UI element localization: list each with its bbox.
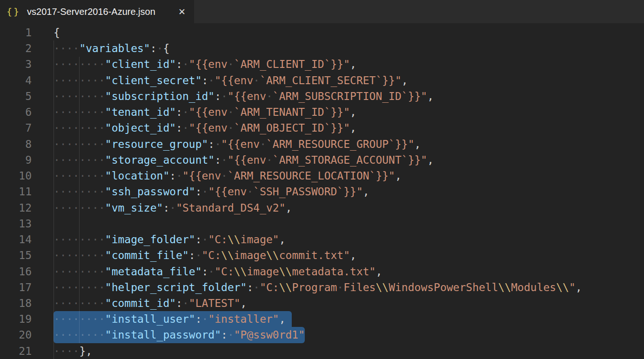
punctuation: ,: [415, 138, 421, 150]
code-editor[interactable]: 1{2····"variables":·{3········"client_id…: [0, 23, 644, 359]
punctuation: },: [79, 345, 92, 357]
punctuation: :: [215, 90, 221, 102]
escape-sequence: \\: [266, 249, 279, 261]
line-number[interactable]: 13: [0, 216, 32, 232]
code-line-18[interactable]: 18········"commit_id":·"LATEST",: [0, 295, 644, 311]
line-content: ········"subscription_id":·"{{env·`ARM_S…: [54, 88, 434, 104]
line-number[interactable]: 9: [0, 152, 32, 168]
whitespace-dots: ·: [202, 313, 208, 325]
line-number[interactable]: 15: [0, 247, 32, 263]
json-key: "client_id": [105, 58, 176, 70]
line-number[interactable]: 10: [0, 168, 32, 184]
line-number[interactable]: 3: [0, 56, 32, 72]
line-number[interactable]: 1: [0, 25, 32, 40]
whitespace-dots: ·: [182, 58, 189, 70]
whitespace-dots: ·: [221, 154, 228, 166]
code-line-16[interactable]: 16········"metadata_file":·"C:\\image\\m…: [0, 264, 644, 279]
punctuation: :: [202, 266, 208, 278]
whitespace-dots: ·: [266, 90, 273, 102]
line-number[interactable]: 12: [0, 200, 32, 216]
code-line-12[interactable]: 12········"vm_size":·"Standard_DS4_v2",: [0, 200, 644, 216]
punctuation: :: [195, 313, 202, 325]
line-number[interactable]: 2: [0, 40, 32, 56]
line-number[interactable]: 16: [0, 264, 32, 279]
line-number[interactable]: 7: [0, 120, 32, 136]
code-line-5[interactable]: 5········"subscription_id":·"{{env·`ARM_…: [0, 88, 644, 104]
whitespace-dots: ·: [176, 170, 182, 182]
escape-sequence: \\: [376, 281, 389, 293]
whitespace-dots: ·: [228, 122, 234, 134]
json-string-value: `ARM_OBJECT_ID`}}": [234, 122, 350, 134]
code-line-6[interactable]: 6········"tenant_id":·"{{env·`ARM_TENANT…: [0, 104, 644, 120]
code-line-19[interactable]: 19········"install_user":·"installer",: [0, 311, 644, 327]
code-line-4[interactable]: 4········"client_secret":·"{{env·`ARM_CL…: [0, 73, 644, 88]
escape-sequence: \\: [234, 266, 247, 278]
code-line-2[interactable]: 2····"variables":·{: [0, 40, 644, 56]
whitespace-dots: ····: [54, 42, 79, 54]
whitespace-dots: ·: [169, 202, 176, 214]
json-string-value: "P@ssw0rd1": [234, 329, 305, 341]
line-number[interactable]: 5: [0, 88, 32, 104]
json-key: "tenant_id": [105, 106, 176, 118]
json-string-value: "{{env: [189, 106, 228, 118]
line-content: ········"commit_id":·"LATEST",: [54, 295, 247, 311]
json-key: "metadata_file": [105, 266, 202, 278]
punctuation: ,: [279, 313, 286, 325]
line-number[interactable]: 11: [0, 184, 32, 199]
json-key: "resource_group": [105, 138, 208, 150]
code-line-3[interactable]: 3········"client_id":·"{{env·`ARM_CLIENT…: [0, 56, 644, 72]
code-line-14[interactable]: 14········"image_folder":·"C:\\image",: [0, 232, 644, 247]
json-string-value: `ARM_RESOURCE_LOCATION`}}": [228, 170, 395, 182]
code-line-20[interactable]: 20········"install_password":·"P@ssw0rd1…: [0, 327, 644, 343]
punctuation: :: [215, 154, 221, 166]
code-line-9[interactable]: 9········"storage_account":·"{{env·`ARM_…: [0, 152, 644, 168]
line-number[interactable]: 14: [0, 232, 32, 247]
code-line-8[interactable]: 8········"resource_group":·"{{env·`ARM_R…: [0, 136, 644, 152]
json-string-value: commit.txt": [279, 249, 350, 261]
line-content: ········"helper_script_folder":·"C:\\Pro…: [54, 279, 582, 295]
punctuation: ,: [402, 74, 408, 86]
whitespace-dots: ·: [202, 186, 208, 198]
line-number[interactable]: 18: [0, 295, 32, 311]
code-line-13[interactable]: 13: [0, 216, 644, 232]
tab-vs2017-server2016-azure-json[interactable]: {} vs2017-Server2016-Azure.json ✕: [0, 0, 194, 23]
json-key: "helper_script_folder": [105, 281, 247, 293]
json-string-value: ": [569, 281, 576, 293]
line-content: ········"image_folder":·"C:\\image",: [54, 232, 286, 247]
code-line-7[interactable]: 7········"object_id":·"{{env·`ARM_OBJECT…: [0, 120, 644, 136]
punctuation: :: [163, 202, 169, 214]
punctuation: :: [176, 297, 182, 309]
code-line-15[interactable]: 15········"commit_file":·"C:\\image\\com…: [0, 247, 644, 263]
whitespace-dots: ·: [247, 186, 253, 198]
line-number[interactable]: 21: [0, 343, 32, 359]
json-string-value: `ARM_CLIENT_ID`}}": [234, 58, 350, 70]
line-number[interactable]: 19: [0, 311, 32, 327]
code-area[interactable]: 1{2····"variables":·{3········"client_id…: [0, 23, 644, 359]
punctuation: :: [195, 186, 202, 198]
punctuation: ,: [363, 186, 369, 198]
json-string-value: `ARM_CLIENT_SECRET`}}": [260, 74, 402, 86]
code-line-11[interactable]: 11········"ssh_password":·"{{env·`SSH_PA…: [0, 184, 644, 199]
escape-sequence: \\: [556, 281, 569, 293]
line-number[interactable]: 20: [0, 327, 32, 343]
line-number[interactable]: 6: [0, 104, 32, 120]
line-number[interactable]: 17: [0, 279, 32, 295]
json-string-value: "{{env: [228, 90, 266, 102]
code-line-21[interactable]: 21····},: [0, 343, 644, 359]
close-tab-icon[interactable]: ✕: [178, 7, 186, 16]
line-content: ········"client_id":·"{{env·`ARM_CLIENT_…: [54, 56, 356, 72]
punctuation: {: [54, 27, 60, 39]
json-key: "install_user": [105, 313, 195, 325]
json-string-value: "{{env: [182, 170, 221, 182]
json-string-value: "Standard_DS4_v2": [176, 202, 285, 214]
line-number[interactable]: 8: [0, 136, 32, 152]
code-line-1[interactable]: 1{: [0, 25, 644, 40]
punctuation: :: [208, 138, 215, 150]
line-content: ········"resource_group":·"{{env·`ARM_RE…: [54, 136, 421, 152]
code-line-17[interactable]: 17········"helper_script_folder":·"C:\\P…: [0, 279, 644, 295]
whitespace-dots: ·: [260, 138, 266, 150]
code-line-10[interactable]: 10········"location":·"{{env·`ARM_RESOUR…: [0, 168, 644, 184]
punctuation: :: [202, 74, 208, 86]
line-number[interactable]: 4: [0, 73, 32, 88]
json-string-value: "C:: [260, 281, 279, 293]
